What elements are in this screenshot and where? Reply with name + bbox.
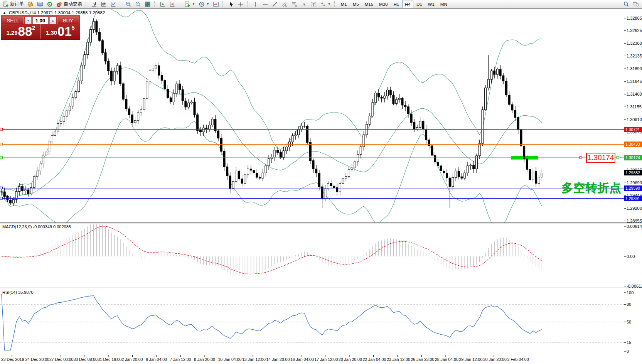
bid-price-sup: 2 (32, 25, 35, 31)
buy-price-button[interactable]: 1.30 01 5 (40, 24, 80, 39)
time-axis-label: 24 Dec 20:00 (25, 357, 49, 362)
line-chart-button[interactable] (109, 0, 118, 8)
chart-shift-icon (169, 1, 175, 7)
zoom-in-icon (125, 1, 131, 7)
trendline-button[interactable] (270, 0, 280, 8)
label-anchor-handle[interactable] (580, 157, 582, 159)
sell-price-button[interactable]: 1.29 88 2 (1, 24, 40, 39)
annotation-text-object[interactable]: 多空转折点 (561, 180, 621, 196)
timeframe-clock-button[interactable]: ▼ (197, 0, 211, 8)
toolbar-right-icons (622, 0, 641, 8)
chat-button[interactable] (631, 0, 641, 8)
market-watch-button[interactable] (26, 0, 35, 8)
search-button[interactable] (622, 0, 631, 8)
volume-decrease-button[interactable]: ▼ (25, 17, 32, 24)
timeframe-button-m15[interactable]: M15 (362, 0, 376, 8)
line-chart-icon (110, 1, 116, 7)
line-handle[interactable] (617, 157, 619, 159)
price-badge: 1.29882 (624, 170, 642, 175)
volume-increase-button[interactable]: ▲ (49, 17, 56, 24)
price-tick-label: 1.31155 (627, 104, 642, 109)
zoom-in-button[interactable] (124, 0, 133, 8)
crosshair-button[interactable] (236, 0, 245, 8)
timeframe-button-m30[interactable]: M30 (376, 0, 390, 8)
candlestick-icon (101, 1, 107, 7)
auto-scroll-button[interactable] (158, 0, 167, 8)
time-axis-label: 6 Jan 04:00 (146, 357, 167, 362)
autotrading-button-label: 自动交易 (64, 1, 82, 7)
timeframe-button-h4[interactable]: H4 (402, 0, 413, 8)
volume-input[interactable]: 1.00 (32, 17, 49, 24)
timeframe-button-mn[interactable]: MN (438, 0, 450, 8)
time-axis-label: 26 Jan 23:00 (411, 357, 435, 362)
price-badge: 1.29391 (624, 196, 642, 201)
time-axis-label: 13 Jan 12:00 (242, 357, 266, 362)
autotrading-button[interactable]: 自动交易 (55, 0, 84, 8)
collapse-panel-arrow[interactable]: ▲ (3, 11, 6, 15)
vertical-line-button[interactable] (251, 0, 260, 8)
price-tick-label: 1.32135 (627, 54, 642, 58)
bar-chart-icon (91, 1, 97, 7)
gold-box-icon (27, 1, 34, 7)
text-label-icon: T (310, 1, 317, 7)
bollinger-lower-line (2, 119, 542, 228)
text-icon: A (301, 1, 307, 7)
macd-signal-line (2, 226, 542, 274)
equidistant-channel-button[interactable]: E (280, 0, 289, 8)
line-handle[interactable] (0, 197, 3, 199)
buy-button[interactable]: BUY (57, 17, 79, 24)
signals-button[interactable] (45, 0, 54, 8)
data-window-button[interactable] (35, 0, 45, 8)
horizontal-line-icon (262, 1, 268, 7)
line-handle[interactable] (0, 128, 3, 130)
chart-title: GBPUSD-,H4 1.29971 1.30004 1.29858 1.298… (9, 10, 105, 15)
template-chart-button[interactable] (211, 0, 221, 8)
rsi-level-label: 100 (627, 290, 634, 295)
order-panel-controls: SELL ▼ 1.00 ▲ BUY (1, 16, 80, 24)
line-handle[interactable] (0, 187, 3, 189)
tile-windows-button[interactable] (143, 0, 152, 8)
price-tick-label: 1.31645 (627, 79, 642, 84)
application-window: { "toolbar": { "items": [ {"name":"new-o… (0, 0, 642, 364)
template-icon (213, 1, 219, 7)
arrows-icon (320, 1, 326, 7)
toolbar-separator (247, 1, 249, 7)
autotrading-icon (56, 1, 62, 7)
timeframe-button-m1[interactable]: M1 (338, 0, 350, 8)
time-axis-label: 16 Jan 04:00 (290, 357, 314, 362)
text-button[interactable]: A (299, 0, 308, 8)
zoom-out-button[interactable] (133, 0, 143, 8)
timeframe-button-m5[interactable]: M5 (350, 0, 362, 8)
rsi-indicator-label: RSI(14) 35.9870 (2, 290, 34, 295)
toolbar-separator (334, 1, 336, 7)
chart-shift-button[interactable] (168, 0, 177, 8)
tile-windows-icon (145, 1, 151, 7)
price-tick-label: 1.29690 (627, 180, 642, 185)
horizontal-line-button[interactable] (261, 0, 270, 8)
timeframe-button-w1[interactable]: W1 (425, 0, 437, 8)
line-handle[interactable] (0, 157, 3, 159)
price-badge: 1.30433 (624, 142, 642, 147)
cursor-button[interactable] (226, 0, 236, 8)
green-ring-icon (47, 1, 53, 7)
bar-chart-button[interactable] (89, 0, 99, 8)
new-chart-button[interactable]: ▼ (183, 0, 197, 8)
timeframe-button-d1[interactable]: D1 (414, 0, 425, 8)
sell-button[interactable]: SELL (2, 17, 24, 24)
bollinger-middle-line (2, 68, 542, 198)
macd-indicator-label: MACD(12,26,9) -0.000349 0.002085 (2, 224, 71, 229)
text-label-button[interactable]: T (309, 0, 318, 8)
rsi-level-label: 0 (627, 349, 629, 354)
fibonacci-icon: F (291, 1, 297, 7)
candlestick-chart-button[interactable] (99, 0, 108, 8)
fibonacci-button[interactable]: F (290, 0, 299, 8)
price-badge: 1.30174 (624, 155, 642, 160)
price-level-label-object[interactable]: 1.30174 (586, 153, 615, 163)
timeframe-button-h1[interactable]: H1 (391, 0, 402, 8)
line-handle[interactable] (0, 143, 3, 145)
time-axis-label: 22 Jan 04:00 (363, 357, 386, 362)
chevron-down-icon: ▼ (192, 2, 195, 6)
new-order-button[interactable]: 新订单 (1, 0, 25, 8)
arrows-button[interactable]: ▼ (318, 0, 332, 8)
svg-text:E: E (285, 5, 287, 7)
